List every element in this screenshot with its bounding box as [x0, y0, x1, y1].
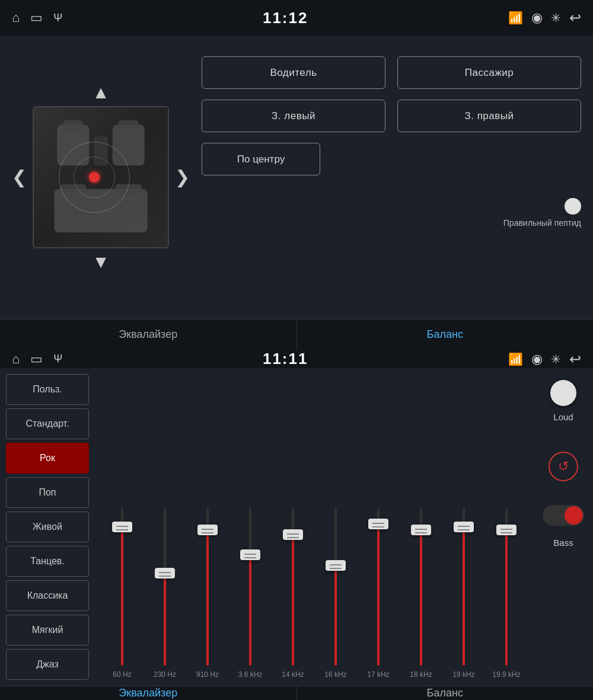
bluetooth-icon-top[interactable]: ✳ [551, 11, 561, 25]
preset-standart[interactable]: Стандарт. [6, 408, 89, 439]
location-icon-top[interactable]: ◉ [531, 10, 543, 25]
tab-equalizer-bottom[interactable]: Эквалайзер [0, 686, 296, 700]
usb-icon-bottom[interactable]: Ψ [53, 353, 62, 365]
slider-track-0[interactable] [121, 508, 123, 666]
slider-label-5: 16 kHz [324, 670, 346, 680]
tab-balance-bottom[interactable]: Баланс [297, 686, 594, 700]
slider-label-8: 19 kHz [452, 670, 474, 680]
status-bar-bottom-left: ⌂ ▭ Ψ [12, 351, 62, 367]
seat-buttons-area: Водитель Пассажир З. левый З. правый По … [202, 44, 581, 310]
rear-right-button[interactable]: З. правый [397, 100, 581, 132]
reset-button[interactable]: ↺ [549, 452, 578, 481]
slider-thumb-2[interactable] [197, 525, 218, 535]
eq-content: Польз.Стандарт.РокПопЖивойТанцев.Классик… [0, 368, 593, 686]
preset-pop[interactable]: Поп [6, 477, 89, 508]
preset-dzhaz[interactable]: Джаз [6, 649, 89, 680]
slider-label-4: 14 kHz [282, 670, 304, 680]
preset-myagkiy[interactable]: Мягкий [6, 615, 89, 645]
slider-track-8[interactable] [463, 508, 465, 666]
passenger-button[interactable]: Пассажир [397, 56, 581, 89]
slider-thumb-7[interactable] [411, 525, 431, 535]
home-icon-bottom[interactable]: ⌂ [12, 351, 20, 367]
slider-thumb-3[interactable] [240, 549, 260, 560]
slider-track-7[interactable] [420, 508, 422, 666]
preset-zhivoy[interactable]: Живой [6, 512, 89, 542]
rear-left-button[interactable]: З. левый [202, 100, 385, 132]
car-up-button[interactable]: ▲ [92, 84, 110, 101]
time-display-top: 11:12 [263, 9, 308, 27]
bass-toggle[interactable] [543, 505, 584, 526]
slider-thumb-4[interactable] [283, 529, 303, 540]
status-bar-top-right: 📶 ◉ ✳ ↩ [508, 9, 581, 26]
bluetooth-icon-bottom[interactable]: ✳ [551, 352, 561, 366]
slider-fill-4 [292, 535, 294, 666]
slider-track-5[interactable] [334, 508, 337, 666]
slider-track-1[interactable] [164, 508, 166, 666]
slider-column-2: 910 Hz [193, 490, 222, 680]
center-button[interactable]: По центру [202, 143, 320, 175]
slider-track-4[interactable] [292, 508, 294, 666]
slider-fill-3 [249, 555, 251, 666]
car-image[interactable] [33, 106, 169, 248]
location-icon-bottom[interactable]: ◉ [531, 351, 543, 367]
bass-toggle-knob [565, 506, 583, 525]
preset-tants[interactable]: Танцев. [6, 546, 89, 577]
slider-label-6: 17 kHz [367, 670, 389, 680]
svg-rect-3 [118, 120, 138, 133]
slider-track-6[interactable] [377, 508, 380, 666]
screen-icon[interactable]: ▭ [30, 10, 43, 25]
preset-rok[interactable]: Рок [6, 443, 89, 474]
slider-track-3[interactable] [249, 508, 251, 666]
presets-sidebar: Польз.Стандарт.РокПопЖивойТанцев.Классик… [0, 368, 95, 686]
car-left-button[interactable]: ❮ [12, 168, 27, 186]
slider-thumb-0[interactable] [112, 522, 132, 532]
cast-icon-bottom[interactable]: 📶 [508, 352, 523, 366]
slider-fill-9 [505, 530, 508, 666]
cast-icon-top[interactable]: 📶 [508, 11, 523, 25]
slider-label-9: 19.9 kHz [492, 670, 520, 680]
correct-label-area: Правильный пептид [202, 198, 581, 228]
screen-icon-bottom[interactable]: ▭ [30, 351, 43, 367]
slider-fill-8 [463, 527, 465, 666]
slider-column-7: 18 kHz [406, 490, 436, 680]
loud-knob[interactable] [550, 380, 576, 406]
usb-icon[interactable]: Ψ [53, 12, 62, 24]
front-seat-row: Водитель Пассажир [202, 56, 581, 89]
status-bar-bottom: ⌂ ▭ Ψ 11:11 📶 ◉ ✳ ↩ [0, 350, 593, 368]
top-panel: ⌂ ▭ Ψ 11:12 📶 ◉ ✳ ↩ ▲ ❮ [0, 0, 593, 350]
slider-track-9[interactable] [505, 508, 508, 666]
loud-label: Loud [553, 412, 573, 422]
slider-column-4: 14 kHz [278, 490, 308, 680]
slider-thumb-6[interactable] [368, 519, 388, 529]
balance-content: ▲ ❮ [0, 36, 593, 319]
svg-rect-2 [63, 120, 83, 133]
slider-thumb-9[interactable] [496, 525, 517, 535]
back-icon-bottom[interactable]: ↩ [569, 351, 581, 367]
correct-knob[interactable] [565, 198, 581, 215]
status-bar-top: ⌂ ▭ Ψ 11:12 📶 ◉ ✳ ↩ [0, 0, 593, 36]
driver-button[interactable]: Водитель [202, 56, 385, 89]
preset-polz[interactable]: Польз. [6, 374, 89, 405]
slider-thumb-5[interactable] [326, 560, 346, 571]
car-down-button[interactable]: ▼ [92, 253, 110, 271]
preset-klassika[interactable]: Классика [6, 580, 89, 611]
home-icon[interactable]: ⌂ [12, 10, 20, 25]
status-bar-bottom-right: 📶 ◉ ✳ ↩ [508, 351, 581, 367]
slider-thumb-1[interactable] [155, 568, 175, 578]
slider-column-8: 19 kHz [449, 490, 479, 680]
sound-position-dot[interactable] [89, 172, 100, 183]
center-btn-row: По центру [202, 143, 581, 175]
slider-column-3: 3.6 kHz [235, 490, 265, 680]
car-row: ❮ [12, 106, 190, 248]
bass-label: Bass [553, 538, 573, 548]
slider-fill-7 [420, 530, 422, 666]
eq-right-controls: Loud ↺ Bass [534, 368, 593, 686]
slider-fill-6 [377, 524, 380, 666]
back-icon-top[interactable]: ↩ [569, 9, 581, 26]
tab-equalizer-top[interactable]: Эквалайзер [0, 319, 296, 350]
slider-thumb-8[interactable] [454, 522, 474, 532]
tab-balance-top[interactable]: Баланс [297, 319, 594, 350]
tab-bar-bottom: Эквалайзер Баланс [0, 686, 593, 700]
slider-track-2[interactable] [206, 508, 209, 666]
car-right-button[interactable]: ❯ [175, 168, 190, 186]
